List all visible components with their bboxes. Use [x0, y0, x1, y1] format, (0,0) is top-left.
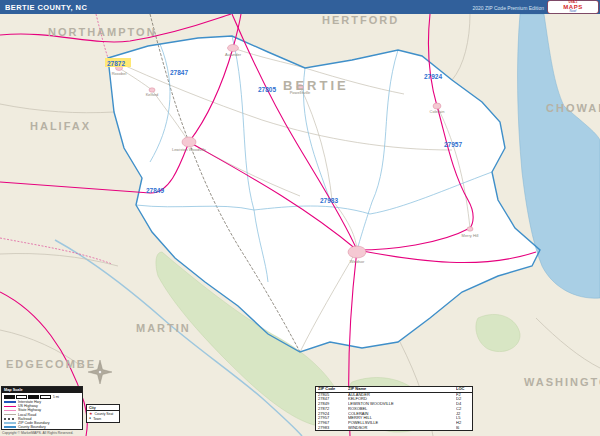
aulander-urban-area [228, 45, 239, 52]
lewiston-urban-area [182, 137, 196, 147]
col-loc: LOC [456, 387, 472, 392]
label-chowan: CHOWAN [546, 102, 600, 114]
county-map: NORTHAMPTON HERTFORD HALIFAX CHOWAN MART… [0, 14, 600, 436]
town-label-lewiston: Lewiston Woodville [172, 147, 207, 152]
town-label-roxobel: Roxobel [112, 71, 127, 76]
zip-label-27805: 27805 [258, 86, 276, 93]
local-road-line-swatch [4, 414, 16, 416]
railroad-line-swatch [4, 418, 16, 420]
table-row: 27983 WINDSOR I6 [316, 426, 472, 431]
zip-label-27849: 27849 [146, 187, 164, 194]
zip-label-27872: 27872 [107, 60, 125, 67]
col-zip-code: ZIP Code [316, 387, 348, 392]
header-bar: BERTIE COUNTY, NC 2020 ZIP Code Premium … [0, 0, 600, 14]
label-northampton: NORTHAMPTON [48, 26, 157, 38]
county-seat-star-icon: ★ [89, 412, 93, 416]
legend-item-county-boundary: County Boundary [2, 425, 82, 429]
windsor-urban-area [348, 246, 366, 258]
zip-boundary-line-swatch [4, 422, 16, 424]
state-highway-line-swatch [4, 410, 16, 412]
zip-label-27983: 27983 [320, 197, 338, 204]
edition-label: 2020 ZIP Code Premium Edition [472, 5, 544, 11]
city-key-town: ● Town [87, 416, 119, 421]
marketmaps-logo: USA-1 MAPS Now! [548, 1, 598, 13]
town-dot-icon: ● [89, 417, 91, 421]
label-martin: MARTIN [136, 322, 191, 334]
label-hertford: HERTFORD [322, 14, 399, 26]
town-label-windsor: Windsor [350, 259, 365, 264]
scale-end-label: 5 mi [53, 395, 59, 399]
scale-bar: 5 mi [2, 393, 82, 400]
copyright-text: Copyright © MarketMAPS. All Rights Reser… [2, 431, 73, 435]
label-halifax: HALIFAX [30, 120, 91, 132]
interstate-line-swatch [4, 401, 16, 403]
logo-sub-text: Now! [570, 10, 577, 13]
zip-label-27924: 27924 [424, 73, 442, 80]
page-title: BERTIE COUNTY, NC [5, 3, 87, 12]
town-label-merryhill: Merry Hill [462, 233, 479, 238]
zip-label-27957: 27957 [444, 141, 462, 148]
us-highway-line-swatch [4, 406, 16, 408]
city-key-box: City ★ County Seat ● Town [86, 404, 120, 423]
zip-label-27847: 27847 [170, 69, 188, 76]
zip-table: ZIP Code ZIP Name LOC 27805 AULANDER F2 … [315, 386, 473, 431]
town-label-kelford: Kelford [146, 92, 159, 97]
town-label-powellsville: Powellsville [290, 90, 311, 95]
map-legend: Map Scale 5 mi Interstate Hwy US Highway… [1, 386, 83, 430]
label-edgecombe: EDGECOMBE [6, 358, 96, 370]
label-washington: WASHINGTON [524, 376, 600, 388]
merryhill-urban-area [467, 227, 473, 231]
col-zip-name: ZIP Name [348, 387, 456, 392]
county-boundary-line-swatch [4, 426, 16, 428]
town-label-colerain: Colerain [430, 109, 445, 114]
town-label-aulander: Aulander [225, 52, 242, 57]
